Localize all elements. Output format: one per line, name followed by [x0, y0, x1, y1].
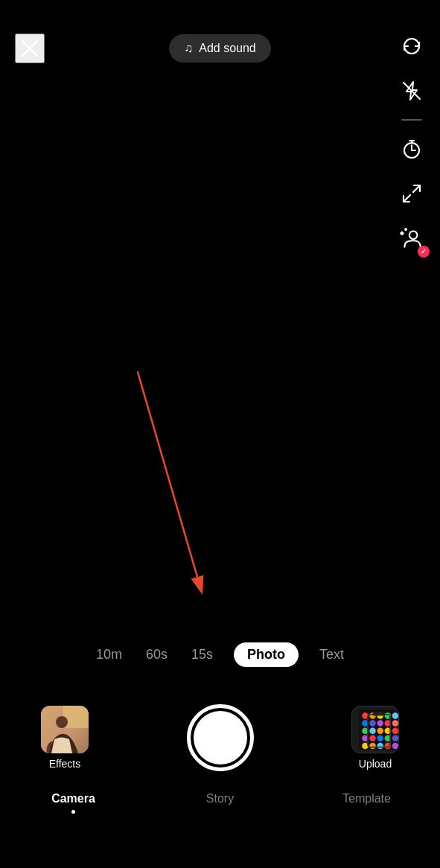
music-icon: ♫: [184, 42, 193, 55]
svg-text:✦: ✦: [404, 227, 407, 232]
svg-point-27: [369, 720, 375, 726]
effects-thumbnail: [41, 706, 89, 753]
flip-camera-icon: [401, 35, 423, 57]
upload-thumbnail-image: [355, 709, 399, 750]
svg-rect-47: [373, 712, 386, 715]
svg-line-9: [413, 185, 420, 192]
svg-point-45: [392, 743, 398, 749]
nav-camera[interactable]: Camera: [0, 792, 147, 814]
timer-icon: [401, 138, 423, 160]
svg-point-32: [369, 727, 375, 733]
svg-line-15: [138, 372, 197, 577]
check-icon: ✓: [421, 248, 427, 255]
mode-10m[interactable]: 10m: [93, 642, 125, 667]
add-user-badge: ✓: [418, 246, 430, 258]
pointer-arrow: [115, 365, 235, 596]
mode-15s[interactable]: 15s: [188, 642, 216, 667]
svg-point-40: [392, 735, 398, 741]
add-sound-label: Add sound: [199, 42, 256, 55]
nav-camera-dot: [71, 810, 75, 814]
mode-text[interactable]: Text: [316, 642, 347, 667]
nav-story-label: Story: [206, 792, 234, 805]
close-icon: [19, 38, 40, 59]
svg-point-42: [369, 743, 375, 749]
nav-template[interactable]: Template: [293, 792, 440, 805]
svg-text:✦: ✦: [400, 230, 404, 237]
top-bar: ♫ Add sound: [0, 0, 440, 74]
shutter-button[interactable]: [187, 704, 254, 771]
svg-point-38: [377, 735, 383, 741]
effects-button[interactable]: Effects: [41, 706, 89, 770]
shutter-inner: [194, 711, 247, 765]
svg-point-25: [392, 712, 398, 718]
effects-thumbnail-image: [41, 706, 89, 753]
timer-button[interactable]: [395, 133, 428, 165]
svg-line-10: [404, 195, 410, 202]
right-icons-panel: ✦ ✦ ✓: [395, 30, 428, 255]
svg-point-13: [409, 231, 418, 239]
camera-controls: Effects: [0, 704, 440, 771]
svg-point-43: [377, 743, 383, 749]
flip-camera-button[interactable]: [395, 30, 428, 63]
compress-icon: [401, 182, 423, 205]
svg-point-33: [377, 727, 383, 733]
svg-point-19: [56, 716, 68, 728]
upload-button[interactable]: Upload: [351, 706, 399, 770]
svg-point-37: [369, 735, 375, 741]
arrow-annotation: [115, 365, 235, 599]
icon-divider: [401, 119, 422, 121]
upload-thumbnail: [351, 706, 399, 753]
close-button[interactable]: [15, 33, 45, 63]
mode-selector: 10m 60s 15s Photo Text: [0, 642, 440, 667]
flash-button[interactable]: [395, 74, 428, 107]
nav-template-label: Template: [342, 792, 391, 805]
flash-icon: [401, 80, 423, 102]
svg-point-28: [377, 720, 383, 726]
bottom-nav: Camera Story Template: [0, 779, 440, 868]
mode-60s[interactable]: 60s: [143, 642, 170, 667]
nav-story[interactable]: Story: [147, 792, 293, 805]
mode-photo[interactable]: Photo: [234, 642, 299, 667]
compress-button[interactable]: [395, 177, 428, 210]
svg-point-35: [392, 727, 398, 733]
effects-label: Effects: [49, 758, 81, 770]
add-user-button[interactable]: ✦ ✦ ✓: [395, 222, 428, 255]
nav-camera-label: Camera: [51, 792, 95, 805]
upload-label: Upload: [359, 758, 392, 770]
add-sound-button[interactable]: ♫ Add sound: [169, 34, 271, 63]
svg-point-30: [392, 720, 398, 726]
